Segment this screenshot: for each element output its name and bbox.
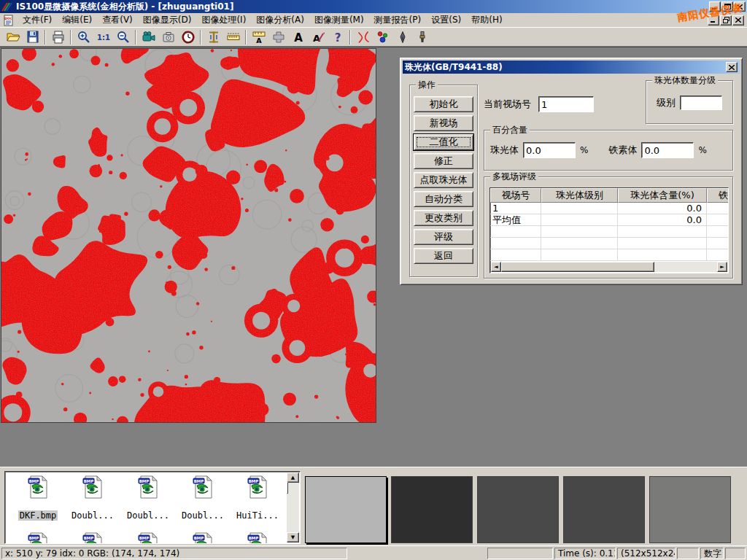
- op-button-4[interactable]: 修正: [414, 153, 473, 169]
- zoom-out-icon: [116, 30, 131, 44]
- clock-button[interactable]: [178, 28, 198, 46]
- grade-group: 珠光体数量分级 级别: [646, 80, 733, 124]
- menu-item-7[interactable]: 图像测量(M): [309, 12, 369, 28]
- op-button-1[interactable]: 初始化: [414, 96, 473, 112]
- rating-table[interactable]: 视场号珠光体级别珠光体含量(%)铁素体含量(%) 10.0平均值0.0 ◄ ►: [489, 187, 729, 273]
- file-list-scrollbar[interactable]: ▲ ▼: [287, 472, 299, 542]
- pearlite-percent-input[interactable]: [523, 142, 576, 158]
- file-item-5[interactable]: BMPHuiTi...: [233, 475, 282, 521]
- bmp-file-icon: BMP: [246, 475, 269, 499]
- file-item-partial-1[interactable]: BMP: [14, 532, 62, 544]
- table-row-1[interactable]: 10.0: [490, 203, 728, 214]
- scroll-right-arrow-icon[interactable]: ►: [717, 262, 727, 272]
- operation-group-title: 操作: [416, 79, 438, 90]
- op-button-9[interactable]: 返回: [414, 248, 473, 264]
- table-row-5[interactable]: [490, 249, 728, 261]
- file-item-3[interactable]: BMPDoubl...: [124, 475, 172, 521]
- zoom-out-button[interactable]: [113, 28, 133, 46]
- zoom-in-button[interactable]: [74, 28, 93, 46]
- print-icon: [51, 30, 66, 44]
- text-button[interactable]: A: [288, 28, 308, 46]
- grade-input[interactable]: [680, 96, 722, 110]
- ruler-button[interactable]: [223, 28, 243, 46]
- menu-item-5[interactable]: 图像处理(I): [196, 12, 251, 28]
- file-item-partial-5[interactable]: BMP: [233, 532, 282, 544]
- menu-item-9[interactable]: 设置(S): [426, 12, 466, 28]
- scrollbar-thumb[interactable]: [501, 262, 654, 272]
- op-button-8[interactable]: 评级: [414, 229, 473, 245]
- menu-item-6[interactable]: 图像分析(A): [251, 12, 309, 28]
- menu-item-4[interactable]: 图像显示(D): [138, 12, 197, 28]
- dialog-close-button[interactable]: [726, 62, 738, 72]
- brush-button[interactable]: [412, 28, 432, 46]
- file-item-4[interactable]: BMPDoubl...: [179, 475, 227, 521]
- curve-button[interactable]: [353, 28, 373, 46]
- document-icon[interactable]: DOC: [3, 15, 15, 26]
- menu-item-2[interactable]: 编辑(E): [57, 12, 97, 28]
- grid-button[interactable]: [268, 28, 288, 46]
- window-title: IS100显微摄像系统(金相分析版) - [zhuguangti01]: [16, 1, 233, 13]
- table-row-3[interactable]: [490, 226, 728, 238]
- camera-button[interactable]: [158, 28, 178, 46]
- ferrite-percent-input[interactable]: [641, 142, 694, 158]
- preview-thumbnail-2[interactable]: [391, 476, 473, 543]
- help-button[interactable]: ?: [328, 28, 347, 46]
- column-header-4[interactable]: 铁素体含量(%): [707, 188, 729, 203]
- preview-thumbnail-1[interactable]: [305, 476, 387, 543]
- table-row-2[interactable]: 平均值0.0: [490, 214, 728, 226]
- file-list[interactable]: ▲ ▼ BMPDKF.bmpBMPBMPDoubl...BMPBMPDoubl.…: [4, 471, 301, 544]
- svg-text:BMP: BMP: [194, 536, 204, 540]
- svg-text:BMP: BMP: [139, 536, 150, 540]
- menu-item-8[interactable]: 测量报告(P): [369, 12, 427, 28]
- scroll-up-arrow-icon[interactable]: ▲: [287, 472, 299, 483]
- svg-text:BMP: BMP: [139, 479, 150, 483]
- file-scrollbar-thumb[interactable]: [287, 482, 288, 494]
- rating-table-header: 视场号珠光体级别珠光体含量(%)铁素体含量(%): [490, 188, 728, 203]
- svg-text:BMP: BMP: [249, 536, 259, 540]
- metallographic-image[interactable]: [1, 48, 376, 423]
- table-row-4[interactable]: [490, 238, 728, 249]
- preview-thumbnail-3[interactable]: [477, 476, 559, 543]
- measure-text-button[interactable]: A: [249, 28, 268, 46]
- pen-button[interactable]: [392, 28, 412, 46]
- print-button[interactable]: [48, 28, 68, 46]
- menu-item-10[interactable]: 帮助(H): [466, 12, 507, 28]
- preview-thumbnail-5[interactable]: [649, 476, 731, 543]
- preview-thumbnail-4[interactable]: [563, 476, 645, 543]
- rating-table-group: 多视场评级 视场号珠光体级别珠光体含量(%)铁素体含量(%) 10.0平均值0.…: [484, 176, 733, 279]
- table-cell: 0.0: [618, 214, 707, 226]
- classify-button[interactable]: [373, 28, 392, 46]
- current-field-input[interactable]: [538, 96, 594, 112]
- menu-items: 文件(F)编辑(E)查看(V)图像显示(D)图像处理(I)图像分析(A)图像测量…: [18, 12, 508, 28]
- file-item-partial-3[interactable]: BMP: [124, 532, 172, 544]
- table-cell: [490, 238, 541, 249]
- svg-text:DOC: DOC: [4, 17, 13, 20]
- file-item-partial-4[interactable]: BMP: [179, 532, 227, 544]
- op-button-2[interactable]: 新视场: [414, 115, 473, 131]
- save-button[interactable]: [23, 28, 42, 46]
- svg-text:A: A: [256, 36, 262, 44]
- file-item-partial-2[interactable]: BMP: [69, 532, 117, 544]
- caliper-button[interactable]: [204, 28, 223, 46]
- op-button-6[interactable]: 自动分类: [414, 191, 473, 207]
- table-horizontal-scrollbar[interactable]: ◄ ►: [491, 262, 727, 272]
- menu-item-3[interactable]: 查看(V): [97, 12, 138, 28]
- column-header-3[interactable]: 珠光体含量(%): [618, 188, 707, 203]
- menu-item-1[interactable]: 文件(F): [18, 12, 57, 28]
- mdi-close-button[interactable]: [732, 15, 744, 26]
- op-button-3[interactable]: 二值化: [414, 134, 473, 150]
- file-item-1[interactable]: BMPDKF.bmp: [14, 475, 62, 521]
- dialog-title-bar[interactable]: 珠光体(GB/T9441-88): [403, 61, 740, 74]
- menu-bar: DOC 文件(F)编辑(E)查看(V)图像显示(D)图像处理(I)图像分析(A)…: [0, 13, 747, 28]
- actual-size-button[interactable]: 1:1: [93, 28, 113, 46]
- open-button[interactable]: [3, 28, 23, 46]
- edit-text-button[interactable]: A: [308, 28, 328, 46]
- op-button-7[interactable]: 更改类别: [414, 210, 473, 226]
- scroll-left-arrow-icon[interactable]: ◄: [491, 262, 501, 272]
- video-camera-button[interactable]: [139, 28, 158, 46]
- scroll-down-arrow-icon[interactable]: ▼: [287, 532, 299, 542]
- file-item-2[interactable]: BMPDoubl...: [69, 475, 117, 521]
- column-header-2[interactable]: 珠光体级别: [541, 188, 618, 203]
- op-button-5[interactable]: 点取珠光体: [414, 172, 473, 188]
- column-header-1[interactable]: 视场号: [490, 188, 541, 203]
